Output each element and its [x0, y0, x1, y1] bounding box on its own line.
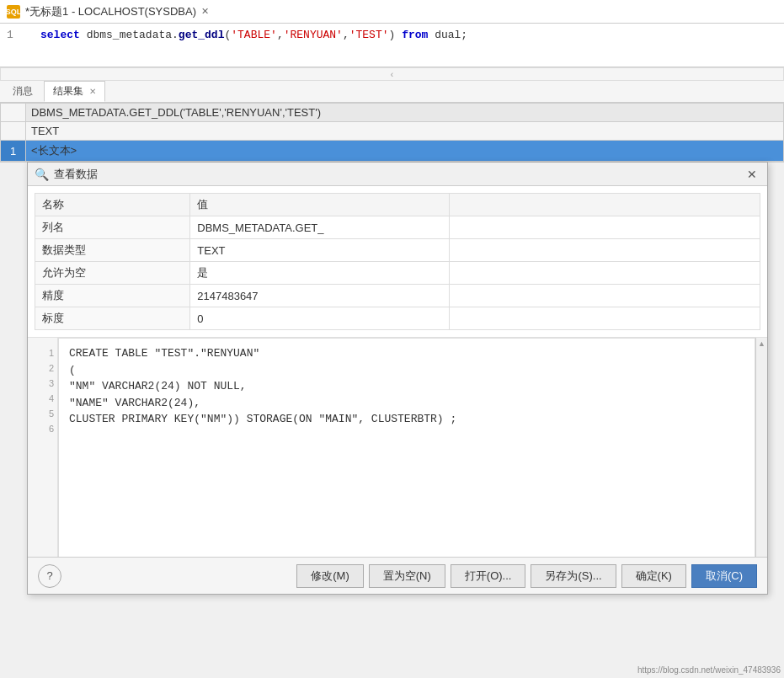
prop-row-precision: 精度 2147483647: [35, 285, 760, 307]
tab-resultset-label: 结果集: [53, 85, 83, 97]
row-type-num: [1, 122, 26, 141]
properties-section: 名称 值 列名 DBMS_METADATA.GET_ 数据类型 TEXT 允许: [28, 186, 767, 338]
sql-comma2: ,: [343, 29, 349, 41]
tab-resultset[interactable]: 结果集 ✕: [44, 81, 105, 102]
table-row[interactable]: 1 <长文本>: [1, 141, 784, 162]
sql-comma1: ,: [277, 29, 284, 41]
prop-extra-nullable: [450, 262, 760, 285]
sql-func-name: get_ddl: [179, 29, 225, 41]
ln-6: 6: [28, 420, 57, 435]
prop-value-nullable: 是: [190, 262, 450, 285]
ln-3: 3: [28, 375, 57, 390]
ddl-content: CREATE TABLE "TEST"."RENYUAN" ( "NM" VAR…: [69, 345, 744, 428]
prop-label-nullable: 允许为空: [35, 262, 190, 285]
sql-string-renyuan: 'RENYUAN': [284, 29, 343, 41]
prop-header-extra: [450, 194, 760, 216]
sql-function: dbms_metadata.: [87, 29, 179, 41]
v-scrollbar[interactable]: ▲ ▼: [755, 338, 767, 582]
cancel-button[interactable]: 取消(C): [691, 564, 757, 588]
ln-4: 4: [28, 390, 57, 405]
ln-5: 5: [28, 405, 57, 420]
prop-header-value: 值: [190, 194, 450, 216]
prop-extra-precision: [450, 285, 760, 307]
results-table: DBMS_METADATA.GET_DDL('TABLE','RENYUAN',…: [0, 103, 784, 162]
prop-extra-scale: [450, 307, 760, 330]
ddl-line-numbers: 1 2 3 4 5 6: [28, 338, 58, 582]
prop-extra-datatype: [450, 239, 760, 262]
prop-value-datatype: TEXT: [190, 239, 450, 262]
data-viewer-dialog: 🔍 查看数据 ✕ 名称 值 列名 DBMS_METADATA.GET_: [27, 162, 768, 595]
open-button[interactable]: 打开(O)...: [451, 564, 526, 588]
ln-1: 1: [28, 344, 57, 360]
row-value-1: <长文本>: [26, 141, 784, 162]
data-viewer-title-area: 🔍 查看数据: [35, 167, 98, 182]
sql-keyword-from: from: [402, 29, 428, 41]
save-as-button[interactable]: 另存为(S)...: [531, 564, 616, 588]
data-viewer-header: 🔍 查看数据 ✕: [28, 163, 767, 186]
watermark: https://blog.csdn.net/weixin_47483936: [637, 665, 781, 675]
sql-string-test: 'TEST': [349, 29, 389, 41]
set-null-button[interactable]: 置为空(N): [369, 564, 445, 588]
confirm-button[interactable]: 确定(K): [621, 564, 686, 588]
col-type-header: TEXT: [26, 122, 784, 141]
tab-resultset-close[interactable]: ✕: [89, 87, 96, 96]
prop-label-scale: 标度: [35, 307, 190, 330]
sql-editor[interactable]: 1 select dbms_metadata.get_ddl('TABLE','…: [0, 24, 784, 67]
ddl-section: 1 2 3 4 5 6 CREATE TABLE "TEST"."RENYUAN…: [28, 338, 767, 582]
prop-label-precision: 精度: [35, 285, 190, 307]
tab-bar: 消息 结果集 ✕: [0, 81, 784, 103]
row-num-header: [1, 104, 26, 122]
properties-table: 名称 值 列名 DBMS_METADATA.GET_ 数据类型 TEXT 允许: [35, 193, 760, 330]
ln-2: 2: [28, 360, 57, 375]
scroll-up-btn[interactable]: ▲: [756, 338, 767, 350]
sql-paren-close: ): [389, 29, 403, 41]
prop-row-datatype: 数据类型 TEXT: [35, 239, 760, 262]
prop-row-nullable: 允许为空 是: [35, 262, 760, 285]
app-icon-text: SQL: [6, 8, 22, 16]
data-viewer-close-btn[interactable]: ✕: [744, 168, 760, 181]
prop-label-datatype: 数据类型: [35, 239, 190, 262]
window-title: *无标题1 - LOCALHOST(SYSDBA): [25, 4, 196, 19]
sql-line-number: 1: [7, 29, 13, 41]
h-scroll-left[interactable]: ‹: [0, 67, 784, 81]
sql-from-tail: dual;: [428, 29, 467, 41]
title-bar: SQL *无标题1 - LOCALHOST(SYSDBA) ✕: [0, 0, 784, 24]
prop-row-scale: 标度 0: [35, 307, 760, 330]
tab-messages[interactable]: 消息: [3, 81, 42, 102]
prop-value-precision: 2147483647: [190, 285, 450, 307]
prop-value-scale: 0: [190, 307, 450, 330]
modify-button[interactable]: 修改(M): [296, 564, 364, 588]
col-header-main: DBMS_METADATA.GET_DDL('TABLE','RENYUAN',…: [26, 104, 784, 122]
prop-row-colname: 列名 DBMS_METADATA.GET_: [35, 216, 760, 239]
ddl-text-area[interactable]: CREATE TABLE "TEST"."RENYUAN" ( "NM" VAR…: [58, 338, 755, 582]
sql-string-table: 'TABLE': [231, 29, 277, 41]
title-tab-close[interactable]: ✕: [201, 6, 209, 17]
help-button[interactable]: ?: [38, 564, 61, 588]
app-icon: SQL: [7, 5, 20, 19]
prop-value-colname: DBMS_METADATA.GET_: [190, 216, 450, 239]
prop-header-name: 名称: [35, 194, 190, 216]
results-table-area: DBMS_METADATA.GET_DDL('TABLE','RENYUAN',…: [0, 103, 784, 163]
button-bar: ? 修改(M) 置为空(N) 打开(O)... 另存为(S)... 确定(K) …: [28, 557, 767, 594]
prop-label-colname: 列名: [35, 216, 190, 239]
data-viewer-title-text: 查看数据: [54, 167, 98, 182]
tab-messages-label: 消息: [13, 85, 33, 97]
sql-keyword-select: select: [40, 29, 80, 41]
row-num-1: 1: [1, 141, 26, 162]
prop-extra-colname: [450, 216, 760, 239]
data-viewer-icon: 🔍: [35, 168, 49, 181]
